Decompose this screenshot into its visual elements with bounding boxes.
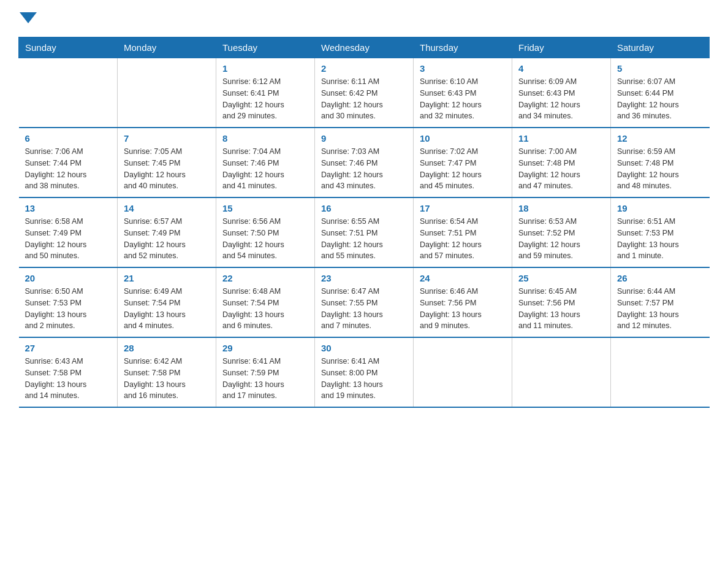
calendar-table: SundayMondayTuesdayWednesdayThursdayFrid… (18, 37, 710, 408)
day-number: 24 (420, 273, 506, 283)
day-info: Sunrise: 6:46 AMSunset: 7:56 PMDaylight:… (420, 286, 506, 332)
page-header (18, 12, 710, 25)
day-number: 29 (222, 343, 308, 353)
day-info: Sunrise: 6:54 AMSunset: 7:51 PMDaylight:… (420, 216, 506, 262)
day-info: Sunrise: 6:49 AMSunset: 7:54 PMDaylight:… (124, 286, 210, 332)
day-cell: 16Sunrise: 6:55 AMSunset: 7:51 PMDayligh… (315, 197, 414, 267)
day-cell (512, 337, 611, 407)
day-info: Sunrise: 6:09 AMSunset: 6:43 PMDaylight:… (518, 76, 604, 122)
day-info: Sunrise: 6:42 AMSunset: 7:58 PMDaylight:… (124, 356, 210, 402)
day-number: 30 (321, 343, 407, 353)
day-info: Sunrise: 6:43 AMSunset: 7:58 PMDaylight:… (25, 356, 112, 402)
day-cell: 29Sunrise: 6:41 AMSunset: 7:59 PMDayligh… (216, 337, 315, 407)
day-number: 22 (222, 273, 308, 283)
day-number: 4 (518, 63, 604, 74)
day-cell: 13Sunrise: 6:58 AMSunset: 7:49 PMDayligh… (19, 197, 118, 267)
weekday-header-saturday: Saturday (611, 37, 710, 58)
day-info: Sunrise: 6:45 AMSunset: 7:56 PMDaylight:… (518, 286, 604, 332)
day-number: 23 (321, 273, 407, 283)
day-number: 16 (321, 203, 407, 213)
day-number: 7 (124, 133, 210, 144)
day-info: Sunrise: 6:48 AMSunset: 7:54 PMDaylight:… (222, 286, 308, 332)
day-number: 26 (617, 273, 703, 283)
day-info: Sunrise: 6:47 AMSunset: 7:55 PMDaylight:… (321, 286, 407, 332)
day-number: 8 (222, 133, 308, 144)
day-cell (19, 58, 118, 128)
day-cell: 30Sunrise: 6:41 AMSunset: 8:00 PMDayligh… (315, 337, 414, 407)
day-info: Sunrise: 6:55 AMSunset: 7:51 PMDaylight:… (321, 216, 407, 262)
day-number: 19 (617, 203, 703, 213)
day-number: 11 (518, 133, 604, 144)
day-cell: 27Sunrise: 6:43 AMSunset: 7:58 PMDayligh… (19, 337, 118, 407)
day-info: Sunrise: 6:11 AMSunset: 6:42 PMDaylight:… (321, 76, 407, 122)
day-cell: 21Sunrise: 6:49 AMSunset: 7:54 PMDayligh… (118, 267, 216, 337)
day-cell: 11Sunrise: 7:00 AMSunset: 7:48 PMDayligh… (512, 128, 611, 197)
day-info: Sunrise: 7:03 AMSunset: 7:46 PMDaylight:… (321, 146, 407, 192)
day-cell: 22Sunrise: 6:48 AMSunset: 7:54 PMDayligh… (216, 267, 315, 337)
day-info: Sunrise: 6:44 AMSunset: 7:57 PMDaylight:… (617, 286, 703, 332)
weekday-header-monday: Monday (118, 37, 216, 58)
day-info: Sunrise: 6:58 AMSunset: 7:49 PMDaylight:… (25, 216, 112, 262)
day-info: Sunrise: 7:02 AMSunset: 7:47 PMDaylight:… (420, 146, 506, 192)
logo-triangle-icon (20, 12, 37, 23)
day-cell: 17Sunrise: 6:54 AMSunset: 7:51 PMDayligh… (414, 197, 512, 267)
day-info: Sunrise: 6:56 AMSunset: 7:50 PMDaylight:… (222, 216, 308, 262)
day-cell (611, 337, 710, 407)
day-cell: 8Sunrise: 7:04 AMSunset: 7:46 PMDaylight… (216, 128, 315, 197)
day-cell: 2Sunrise: 6:11 AMSunset: 6:42 PMDaylight… (315, 58, 414, 128)
day-number: 14 (124, 203, 210, 213)
day-info: Sunrise: 7:05 AMSunset: 7:45 PMDaylight:… (124, 146, 210, 192)
day-cell: 10Sunrise: 7:02 AMSunset: 7:47 PMDayligh… (414, 128, 512, 197)
logo-blue-text (18, 12, 37, 25)
day-number: 15 (222, 203, 308, 213)
day-info: Sunrise: 6:53 AMSunset: 7:52 PMDaylight:… (518, 216, 604, 262)
day-cell: 3Sunrise: 6:10 AMSunset: 6:43 PMDaylight… (414, 58, 512, 128)
day-info: Sunrise: 6:41 AMSunset: 8:00 PMDaylight:… (321, 356, 407, 402)
day-number: 9 (321, 133, 407, 144)
logo (18, 12, 37, 25)
day-cell: 24Sunrise: 6:46 AMSunset: 7:56 PMDayligh… (414, 267, 512, 337)
day-number: 28 (124, 343, 210, 353)
day-info: Sunrise: 7:04 AMSunset: 7:46 PMDaylight:… (222, 146, 308, 192)
week-row-4: 20Sunrise: 6:50 AMSunset: 7:53 PMDayligh… (19, 267, 710, 337)
day-number: 3 (420, 63, 506, 74)
day-cell: 15Sunrise: 6:56 AMSunset: 7:50 PMDayligh… (216, 197, 315, 267)
day-number: 2 (321, 63, 407, 74)
day-cell (118, 58, 216, 128)
day-info: Sunrise: 7:06 AMSunset: 7:44 PMDaylight:… (25, 146, 112, 192)
day-info: Sunrise: 6:50 AMSunset: 7:53 PMDaylight:… (25, 286, 112, 332)
day-number: 10 (420, 133, 506, 144)
day-cell: 14Sunrise: 6:57 AMSunset: 7:49 PMDayligh… (118, 197, 216, 267)
day-number: 20 (25, 273, 112, 283)
day-cell: 18Sunrise: 6:53 AMSunset: 7:52 PMDayligh… (512, 197, 611, 267)
day-cell: 20Sunrise: 6:50 AMSunset: 7:53 PMDayligh… (19, 267, 118, 337)
day-cell: 26Sunrise: 6:44 AMSunset: 7:57 PMDayligh… (611, 267, 710, 337)
week-row-2: 6Sunrise: 7:06 AMSunset: 7:44 PMDaylight… (19, 128, 710, 197)
day-info: Sunrise: 6:41 AMSunset: 7:59 PMDaylight:… (222, 356, 308, 402)
day-number: 18 (518, 203, 604, 213)
day-cell: 28Sunrise: 6:42 AMSunset: 7:58 PMDayligh… (118, 337, 216, 407)
day-info: Sunrise: 6:07 AMSunset: 6:44 PMDaylight:… (617, 76, 703, 122)
day-number: 1 (222, 63, 308, 74)
day-number: 25 (518, 273, 604, 283)
day-info: Sunrise: 6:12 AMSunset: 6:41 PMDaylight:… (222, 76, 308, 122)
weekday-header-sunday: Sunday (19, 37, 118, 58)
day-cell: 6Sunrise: 7:06 AMSunset: 7:44 PMDaylight… (19, 128, 118, 197)
weekday-header-wednesday: Wednesday (315, 37, 414, 58)
weekday-header-thursday: Thursday (414, 37, 512, 58)
day-number: 12 (617, 133, 703, 144)
day-cell: 4Sunrise: 6:09 AMSunset: 6:43 PMDaylight… (512, 58, 611, 128)
week-row-1: 1Sunrise: 6:12 AMSunset: 6:41 PMDaylight… (19, 58, 710, 128)
day-cell: 19Sunrise: 6:51 AMSunset: 7:53 PMDayligh… (611, 197, 710, 267)
day-info: Sunrise: 7:00 AMSunset: 7:48 PMDaylight:… (518, 146, 604, 192)
day-number: 27 (25, 343, 112, 353)
day-cell: 23Sunrise: 6:47 AMSunset: 7:55 PMDayligh… (315, 267, 414, 337)
weekday-header-row: SundayMondayTuesdayWednesdayThursdayFrid… (19, 37, 710, 58)
weekday-header-tuesday: Tuesday (216, 37, 315, 58)
day-info: Sunrise: 6:57 AMSunset: 7:49 PMDaylight:… (124, 216, 210, 262)
day-info: Sunrise: 6:10 AMSunset: 6:43 PMDaylight:… (420, 76, 506, 122)
day-cell: 5Sunrise: 6:07 AMSunset: 6:44 PMDaylight… (611, 58, 710, 128)
day-info: Sunrise: 6:51 AMSunset: 7:53 PMDaylight:… (617, 216, 703, 262)
week-row-3: 13Sunrise: 6:58 AMSunset: 7:49 PMDayligh… (19, 197, 710, 267)
week-row-5: 27Sunrise: 6:43 AMSunset: 7:58 PMDayligh… (19, 337, 710, 407)
